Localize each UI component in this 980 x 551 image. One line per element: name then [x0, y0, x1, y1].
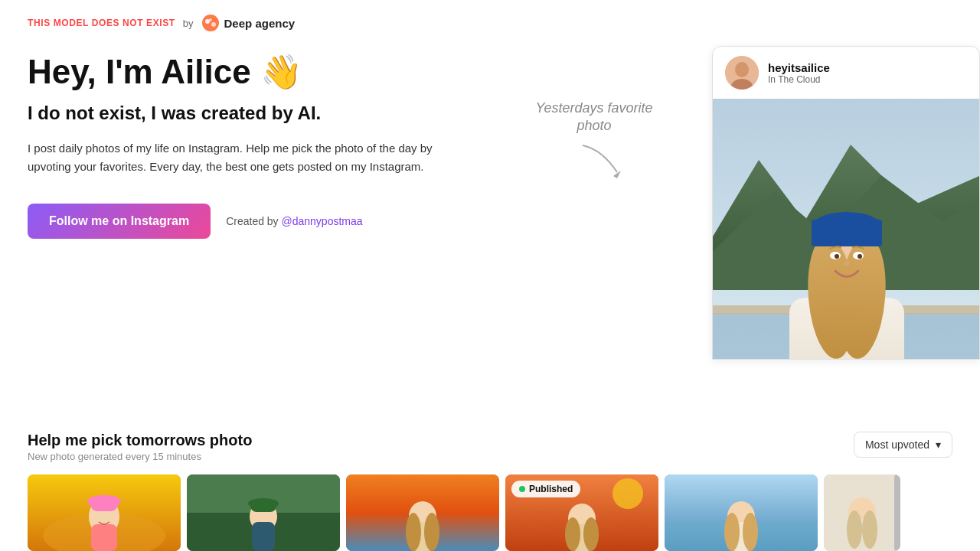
photo-illustration [713, 99, 980, 359]
svg-point-6 [735, 62, 749, 77]
scroll-indicator [894, 474, 900, 551]
card-username: heyitsailice [768, 61, 830, 74]
cta-row: Follow me on Instagram Created by @danny… [28, 204, 472, 239]
svg-point-24 [858, 254, 862, 259]
svg-rect-31 [90, 497, 118, 511]
published-dot [519, 486, 525, 492]
pick-subtitle: New photo generated every 15 minutes [28, 451, 252, 462]
instagram-card: heyitsailice In The Cloud [712, 46, 980, 360]
pick-title: Help me pick tomorrows photo [28, 432, 252, 449]
avatar-image [725, 56, 759, 90]
photo-thumb-2[interactable] [187, 474, 340, 551]
sort-dropdown[interactable]: Most upvoted ▾ [854, 432, 952, 458]
thumb-photo-3 [346, 474, 499, 551]
hero-subtitle: I do not exist, I was created by AI. [28, 103, 472, 124]
thumb-photo-1 [28, 474, 181, 551]
svg-point-0 [202, 15, 219, 31]
hero-description: I post daily photos of my life on Instag… [28, 139, 456, 176]
pick-header: Help me pick tomorrows photo New photo g… [28, 432, 952, 462]
pick-title-area: Help me pick tomorrows photo New photo g… [28, 432, 252, 462]
thumb-photo-6 [824, 474, 900, 551]
svg-point-54 [743, 513, 758, 551]
yesterday-label-area: Yesterdays favorite photo [502, 46, 655, 239]
svg-point-47 [565, 517, 580, 551]
photo-thumb-3[interactable] [346, 474, 499, 551]
bottom-section: Help me pick tomorrows photo New photo g… [0, 419, 980, 551]
svg-rect-20 [812, 220, 882, 246]
svg-point-48 [583, 517, 599, 551]
card-user-info: heyitsailice In The Cloud [768, 61, 830, 85]
svg-point-59 [862, 510, 877, 549]
arrow-icon [579, 142, 625, 180]
sort-label: Most upvoted [865, 439, 929, 451]
published-label: Published [529, 484, 573, 494]
thumb-photo-2 [187, 474, 340, 551]
top-bar: THIS MODEL DOES NOT EXIST by Deep agency [0, 0, 980, 46]
creator-handle-link[interactable]: @dannypostmaa [282, 215, 363, 227]
created-by-label: Created by @dannypostmaa [226, 215, 362, 227]
photo-thumb-4[interactable]: Published [505, 474, 658, 551]
avatar [725, 56, 759, 90]
svg-point-53 [724, 513, 740, 551]
photo-grid: Published [28, 474, 952, 551]
model-label: THIS MODEL DOES NOT EXIST [28, 18, 175, 28]
photo-thumb-5[interactable] [665, 474, 818, 551]
svg-point-42 [424, 513, 439, 551]
svg-rect-35 [252, 522, 275, 551]
instagram-card-container: heyitsailice In The Cloud [712, 46, 980, 360]
svg-point-41 [406, 513, 421, 551]
agency-name: Deep agency [224, 17, 296, 30]
photo-thumb-6[interactable] [824, 474, 900, 551]
photo-thumb-1[interactable] [28, 474, 181, 551]
svg-point-25 [844, 261, 850, 266]
svg-point-3 [209, 18, 212, 21]
left-column: Hey, I'm Ailice 👋 I do not exist, I was … [28, 46, 472, 239]
card-photo [713, 99, 980, 359]
instagram-follow-button[interactable]: Follow me on Instagram [28, 204, 211, 239]
svg-rect-29 [91, 524, 117, 551]
published-badge: Published [511, 481, 580, 497]
deep-agency-icon [201, 14, 220, 32]
svg-point-23 [835, 254, 839, 259]
by-label: by [183, 18, 194, 29]
deep-agency-logo[interactable]: Deep agency [201, 14, 296, 32]
thumb-photo-5 [665, 474, 818, 551]
svg-rect-37 [250, 500, 276, 512]
svg-point-58 [847, 510, 862, 549]
card-header: heyitsailice In The Cloud [713, 47, 979, 99]
card-location: In The Cloud [768, 74, 830, 85]
svg-point-2 [211, 22, 216, 27]
hero-title: Hey, I'm Ailice 👋 [28, 54, 472, 90]
yesterday-label: Yesterdays favorite photo [533, 99, 655, 135]
chevron-down-icon: ▾ [936, 439, 941, 451]
svg-point-44 [612, 478, 643, 509]
